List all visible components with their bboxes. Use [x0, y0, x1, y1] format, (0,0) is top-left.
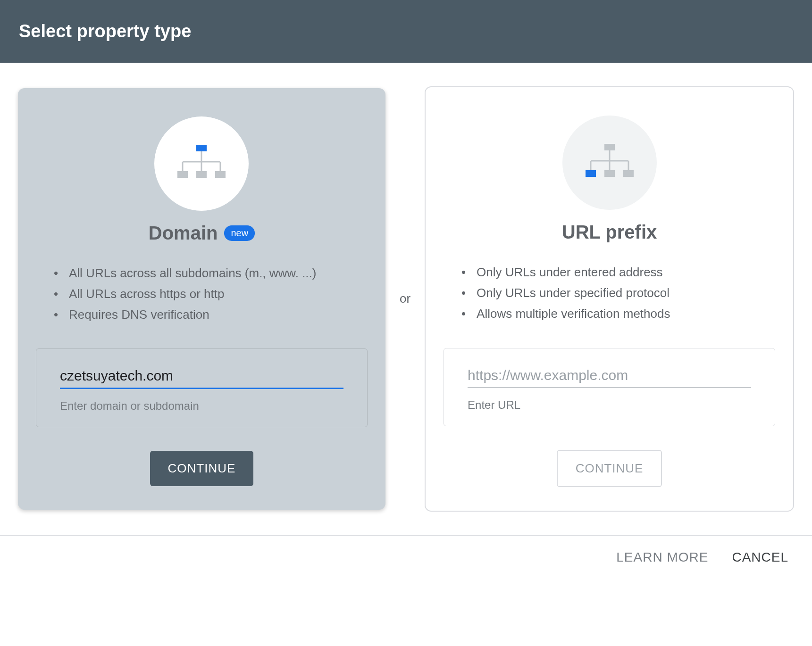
learn-more-button[interactable]: LEARN MORE — [616, 550, 708, 565]
domain-input[interactable] — [60, 364, 343, 389]
domain-features: All URLs across all subdomains (m., www.… — [36, 263, 368, 325]
url-feature-item: Only URLs under specified protocol — [461, 282, 775, 303]
url-feature-item: Only URLs under entered address — [461, 262, 775, 282]
url-prefix-property-card[interactable]: URL prefix Only URLs under entered addre… — [425, 86, 794, 512]
url-title-row: URL prefix — [562, 222, 657, 243]
svg-rect-7 — [196, 171, 207, 178]
url-feature-item: Allows multiple verification methods — [461, 303, 775, 324]
svg-rect-16 — [604, 170, 615, 177]
url-input[interactable] — [468, 364, 751, 388]
domain-feature-item: All URLs across all subdomains (m., www.… — [54, 263, 368, 283]
dialog-title: Select property type — [19, 21, 793, 41]
dialog-header: Select property type — [0, 0, 812, 63]
domain-card-title: Domain — [149, 223, 218, 244]
svg-rect-15 — [586, 170, 596, 177]
domain-property-card[interactable]: Domain new All URLs across all subdomain… — [18, 88, 385, 510]
or-divider: or — [400, 291, 410, 306]
svg-rect-6 — [177, 171, 188, 178]
dialog-footer: LEARN MORE CANCEL — [0, 535, 812, 579]
svg-rect-9 — [604, 144, 615, 150]
svg-rect-17 — [623, 170, 634, 177]
svg-rect-8 — [215, 171, 226, 178]
svg-rect-0 — [196, 145, 207, 151]
domain-continue-button[interactable]: CONTINUE — [150, 451, 254, 486]
cancel-button[interactable]: CANCEL — [732, 550, 788, 565]
domain-icon — [154, 116, 249, 211]
url-card-title: URL prefix — [562, 222, 657, 243]
domain-feature-item: All URLs across https or http — [54, 283, 368, 304]
domain-title-row: Domain new — [149, 223, 255, 244]
domain-input-box: Enter domain or subdomain — [36, 348, 368, 427]
url-continue-button[interactable]: CONTINUE — [557, 450, 662, 487]
new-badge: new — [224, 225, 255, 241]
domain-input-helper: Enter domain or subdomain — [60, 399, 343, 413]
domain-feature-item: Requires DNS verification — [54, 304, 368, 325]
url-features: Only URLs under entered address Only URL… — [444, 262, 775, 324]
url-prefix-icon — [562, 116, 657, 210]
content-area: Domain new All URLs across all subdomain… — [0, 63, 812, 530]
url-input-helper: Enter URL — [468, 398, 751, 412]
url-input-box: Enter URL — [444, 348, 775, 426]
